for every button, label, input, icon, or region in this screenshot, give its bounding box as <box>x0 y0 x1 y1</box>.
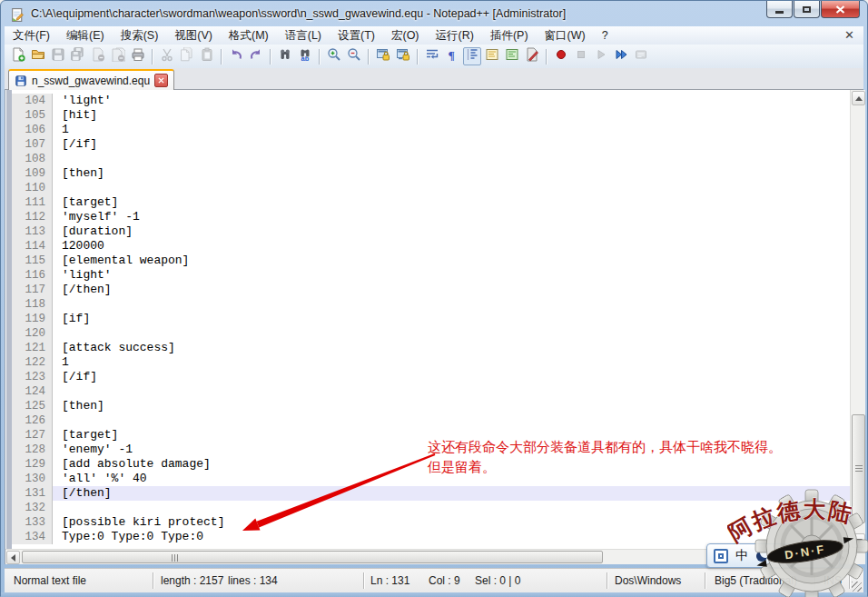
editor-area[interactable]: 104'light'105[hit]1061107[/if]108109[the… <box>5 90 865 564</box>
restore-button[interactable] <box>794 1 820 18</box>
code-line[interactable]: 105[hit] <box>12 108 850 123</box>
code-line[interactable]: 117[/then] <box>12 283 850 297</box>
ime-chinese-mode-indicator[interactable]: 中 <box>735 548 748 564</box>
macro-run-multiple-icon <box>614 47 628 65</box>
code-line[interactable]: 116'light' <box>12 268 850 283</box>
menubar-close-icon[interactable]: ✕ <box>844 28 854 43</box>
indent-guide-button[interactable] <box>463 47 481 65</box>
doc-map-button[interactable] <box>483 47 501 65</box>
scroll-up-button[interactable] <box>852 91 865 105</box>
svg-text:ab: ab <box>301 55 310 62</box>
ime-language-bar[interactable]: 中 ·, <box>706 543 840 568</box>
code-line[interactable]: 125[then] <box>12 399 850 413</box>
code-line[interactable]: 124 <box>12 384 850 399</box>
word-wrap-button[interactable] <box>423 47 441 65</box>
zoom-out-button[interactable] <box>345 47 363 65</box>
code-line[interactable]: 104'light' <box>12 94 850 108</box>
tab-close-button[interactable] <box>154 74 168 87</box>
code-line[interactable]: 133[possible kiri protect] <box>12 515 850 530</box>
line-number: 126 <box>12 413 53 428</box>
code-text: 'light' <box>53 268 850 283</box>
code-line[interactable]: 114120000 <box>12 239 850 254</box>
menu-item[interactable]: 格式(M) <box>221 26 277 45</box>
code-line[interactable]: 132 <box>12 501 850 515</box>
code-line[interactable]: 112'myself' -1 <box>12 210 850 224</box>
menu-item[interactable]: 文件(F) <box>5 26 58 45</box>
vertical-scrollbar[interactable] <box>850 90 865 549</box>
horizontal-scroll-thumb[interactable] <box>22 551 603 563</box>
code-line[interactable]: 123[/if] <box>12 370 850 384</box>
code-line[interactable]: 118 <box>12 297 850 312</box>
print-icon <box>131 47 145 65</box>
code-line[interactable]: 134Type:0 Type:0 Type:0 <box>12 530 850 544</box>
close-button[interactable] <box>821 1 860 18</box>
tab-close-icon <box>158 77 164 84</box>
code-line[interactable]: 107[/if] <box>12 137 850 152</box>
user-defined-dialog-button[interactable] <box>523 47 541 65</box>
new-file-button[interactable] <box>9 47 27 65</box>
print-button[interactable] <box>129 47 147 65</box>
scroll-down-button[interactable] <box>852 533 865 548</box>
code-text: 1 <box>53 123 850 137</box>
open-folder-button[interactable] <box>29 47 47 65</box>
minimize-button[interactable] <box>766 1 793 18</box>
code-line[interactable]: 110 <box>12 181 850 195</box>
replace-button[interactable]: ab <box>296 47 314 65</box>
code-text: Type:0 Type:0 Type:0 <box>53 530 850 544</box>
code-line[interactable]: 113[duration] <box>12 224 850 239</box>
menu-item[interactable]: 语言(L) <box>277 26 330 45</box>
code-line[interactable]: 1061 <box>12 123 850 137</box>
ime-fullwidth-moon-icon[interactable] <box>755 549 769 562</box>
code-text: 'light' <box>53 94 850 108</box>
redo-button[interactable] <box>247 47 265 65</box>
code-line[interactable]: 131[/then] <box>12 486 850 501</box>
macro-record-button[interactable] <box>552 47 570 65</box>
code-text: [then] <box>53 399 850 413</box>
code-line[interactable]: 1221 <box>12 355 850 370</box>
undo-button[interactable] <box>227 47 245 65</box>
menu-item[interactable]: 宏(O) <box>383 26 428 45</box>
menu-item[interactable]: 窗口(W) <box>537 26 594 45</box>
menu-item[interactable]: 编辑(E) <box>58 26 113 45</box>
code-line[interactable]: 119[if] <box>12 312 850 326</box>
code-text: 1 <box>53 355 850 370</box>
code-line[interactable]: 108 <box>12 152 850 166</box>
ime-keyboard-icon[interactable] <box>714 549 728 563</box>
menu-item[interactable]: 插件(P) <box>482 26 537 45</box>
menu-item[interactable]: 运行(R) <box>428 26 482 45</box>
function-list-icon <box>505 47 519 65</box>
code-text: 120000 <box>53 239 850 254</box>
show-all-characters-button[interactable]: ¶ <box>443 47 461 65</box>
line-number: 134 <box>12 530 53 544</box>
tab-label: n_sswd_gwavewind.equ <box>32 75 150 87</box>
code-line[interactable]: 111[target] <box>12 195 850 210</box>
function-list-button[interactable] <box>503 47 521 65</box>
code-line[interactable]: 126 <box>12 413 850 428</box>
vertical-scroll-thumb[interactable] <box>852 414 865 523</box>
menu-item[interactable]: 搜索(S) <box>113 26 167 45</box>
scroll-left-button[interactable] <box>6 551 20 564</box>
tab-active-document[interactable]: n_sswd_gwavewind.equ <box>8 69 174 90</box>
macro-run-multiple-button[interactable] <box>612 47 630 65</box>
code-text: [attack success] <box>53 341 850 355</box>
menu-item[interactable]: 设置(T) <box>330 26 383 45</box>
sync-horizontal-scroll-button[interactable] <box>394 47 412 65</box>
line-number: 116 <box>12 268 53 283</box>
macro-play-button <box>592 47 610 65</box>
zoom-in-button[interactable] <box>325 47 343 65</box>
macro-save-icon <box>634 47 648 65</box>
code-line[interactable]: 120 <box>12 326 850 341</box>
line-number: 130 <box>12 472 53 486</box>
code-text: [/if] <box>53 137 850 152</box>
code-line[interactable]: 115[elemental weapon] <box>12 254 850 268</box>
code-line[interactable]: 109[then] <box>12 166 850 181</box>
close-all-button <box>109 47 127 65</box>
resize-grip-icon[interactable] <box>852 582 862 592</box>
find-button[interactable] <box>276 47 294 65</box>
menu-item[interactable]: 视图(V) <box>166 26 221 45</box>
ime-punctuation-icon[interactable]: ·, <box>776 551 783 562</box>
sync-vertical-scroll-button[interactable] <box>374 47 392 65</box>
menu-item[interactable]: ? <box>594 26 616 45</box>
code-line[interactable]: 121[attack success] <box>12 341 850 355</box>
line-number: 125 <box>12 399 53 413</box>
